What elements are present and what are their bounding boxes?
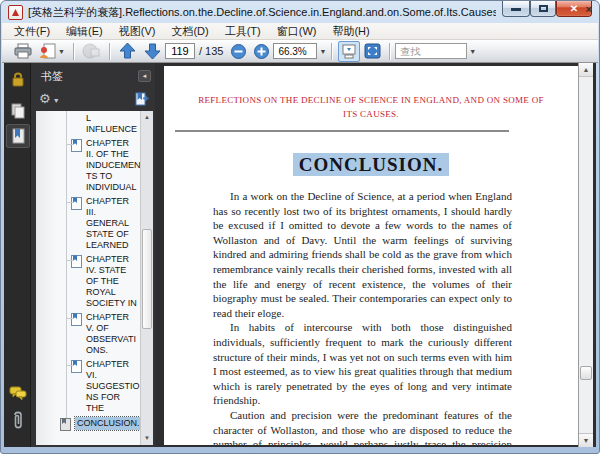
header-rule bbox=[175, 130, 509, 132]
export-dropdown-caret: ▼ bbox=[58, 48, 65, 55]
document-page: REFLECTIONS ON THE DECLINE OF SCIENCE IN… bbox=[164, 66, 578, 445]
chapter-heading-text: CONCLUSION. bbox=[293, 153, 450, 176]
bookmark-page-icon bbox=[71, 360, 82, 373]
bookmark-page-icon bbox=[71, 255, 82, 268]
adobe-reader-icon bbox=[8, 5, 23, 20]
add-bookmark-icon bbox=[135, 92, 150, 106]
bookmarks-tab[interactable] bbox=[6, 124, 30, 148]
minimize-icon bbox=[511, 8, 521, 11]
bookmark-item-chapter4[interactable]: CHAPTER IV. STATE OF THE ROYAL SOCIETY I… bbox=[36, 254, 139, 309]
collaborate-button bbox=[80, 41, 103, 61]
menu-file[interactable]: 文件(F) bbox=[6, 23, 58, 40]
down-arrow-icon bbox=[143, 42, 162, 60]
chapter-heading: CONCLUSION. bbox=[164, 154, 578, 176]
page-number-input[interactable] bbox=[165, 43, 195, 59]
panel-title: 书签 bbox=[41, 69, 63, 84]
toolbar-separator bbox=[109, 43, 110, 60]
paragraph: Caution and precision were the predomina… bbox=[213, 408, 512, 445]
close-icon: ✕ bbox=[570, 3, 578, 14]
menu-document[interactable]: 文档(D) bbox=[163, 23, 216, 40]
zoom-out-icon bbox=[230, 43, 247, 60]
app-window: [英格兰科学的衰落].Reflections.on.the.Decline.of… bbox=[0, 0, 600, 454]
bookmark-item-chapter3[interactable]: CHAPTER III. GENERAL STATE OF LEARNED bbox=[36, 196, 139, 251]
menu-window[interactable]: 窗口(W) bbox=[269, 23, 325, 40]
security-tab[interactable] bbox=[6, 67, 30, 91]
lock-icon bbox=[10, 71, 26, 87]
bookmarks-scrollbar[interactable]: ▲ ▼ bbox=[140, 111, 153, 445]
collapse-panel-button[interactable]: ◄ bbox=[138, 70, 151, 82]
scrolling-mode-button[interactable] bbox=[338, 41, 360, 62]
zoom-level-display[interactable]: 66.3% bbox=[273, 43, 317, 59]
bookmark-item-conclusion[interactable]: CONCLUSION. bbox=[36, 417, 139, 431]
scroll-down-icon[interactable]: ▼ bbox=[141, 432, 153, 445]
pages-icon bbox=[10, 103, 26, 119]
document-body: In a work on the Decline of Science, at … bbox=[164, 189, 578, 445]
zoom-in-button[interactable] bbox=[251, 41, 272, 61]
zoom-in-icon bbox=[253, 43, 270, 60]
bookmarks-toolbar: ⚙▼ bbox=[31, 89, 155, 111]
navigation-panel-strip bbox=[4, 63, 31, 447]
running-header: REFLECTIONS ON THE DECLINE OF SCIENCE IN… bbox=[164, 93, 578, 121]
close-document-button[interactable]: × bbox=[586, 3, 592, 15]
minimize-button[interactable] bbox=[502, 1, 530, 17]
maximize-button[interactable] bbox=[530, 1, 556, 17]
page-count-label: / 135 bbox=[199, 45, 223, 57]
menu-edit[interactable]: 编辑(E) bbox=[58, 23, 111, 40]
pages-tab[interactable] bbox=[6, 99, 30, 123]
bookmarks-panel: 书签 ◄ ⚙▼ L INFLUENCE bbox=[31, 63, 155, 447]
find-dropdown-caret[interactable]: ▼ bbox=[469, 48, 476, 55]
paperclip-icon bbox=[11, 411, 25, 431]
document-scrollbar[interactable]: ▲ ▼ bbox=[578, 63, 593, 447]
maximize-icon bbox=[539, 5, 548, 12]
toolbar: ▼ / 135 bbox=[2, 40, 598, 63]
scroll-up-icon[interactable]: ▲ bbox=[579, 63, 593, 77]
running-header-line1: REFLECTIONS ON THE DECLINE OF SCIENCE IN… bbox=[164, 93, 578, 107]
bookmark-item-chapter2[interactable]: CHAPTER II. OF THE INDUCEMEN TS TO INDIV… bbox=[36, 138, 139, 193]
scroll-up-icon[interactable]: ▲ bbox=[141, 111, 153, 124]
find-input[interactable] bbox=[395, 43, 467, 59]
menu-tools[interactable]: 工具(T) bbox=[217, 23, 269, 40]
comments-tab[interactable] bbox=[6, 381, 30, 405]
print-button[interactable] bbox=[11, 41, 35, 61]
document-scrollbar-thumb[interactable] bbox=[580, 366, 592, 380]
menu-view[interactable]: 视图(V) bbox=[111, 23, 164, 40]
fullscreen-button[interactable] bbox=[362, 41, 383, 61]
paragraph: In a work on the Decline of Science, at … bbox=[213, 189, 512, 320]
fullscreen-icon bbox=[364, 43, 381, 59]
zoom-out-button[interactable] bbox=[228, 41, 249, 61]
menu-help[interactable]: 帮助(H) bbox=[324, 23, 377, 40]
bookmark-page-icon bbox=[71, 197, 82, 210]
bookmark-page-icon bbox=[71, 139, 82, 152]
next-page-button[interactable] bbox=[141, 41, 164, 61]
toolbar-separator bbox=[73, 43, 74, 60]
bookmarks-icon bbox=[10, 128, 26, 144]
attachments-tab[interactable] bbox=[6, 409, 30, 433]
scrolling-pages-icon bbox=[341, 44, 357, 59]
export-button[interactable]: ▼ bbox=[37, 41, 67, 61]
main-area: 书签 ◄ ⚙▼ L INFLUENCE bbox=[4, 63, 596, 447]
running-header-line2: ITS CAUSES. bbox=[164, 107, 578, 121]
bookmark-item-chapter5[interactable]: CHAPTER V. OF OBSERVATI ONS. bbox=[36, 312, 139, 356]
add-bookmark-button[interactable] bbox=[135, 92, 150, 110]
bookmarks-panel-header: 书签 ◄ bbox=[31, 63, 155, 89]
comments-icon bbox=[9, 386, 27, 401]
toolbar-separator bbox=[331, 43, 332, 60]
bookmark-page-icon bbox=[71, 313, 82, 326]
bookmark-item-chapter1-partial[interactable]: L INFLUENCE bbox=[36, 113, 139, 135]
toolbar-separator bbox=[389, 43, 390, 60]
zoom-dropdown-caret[interactable]: ▼ bbox=[319, 48, 326, 55]
scroll-down-icon[interactable]: ▼ bbox=[579, 433, 593, 447]
bookmark-list: L INFLUENCE CHAPTER II. OF THE INDUCEMEN… bbox=[36, 111, 153, 445]
window-title: [英格兰科学的衰落].Reflections.on.the.Decline.of… bbox=[28, 5, 496, 19]
previous-page-button[interactable] bbox=[116, 41, 139, 61]
collaborate-icon bbox=[82, 43, 101, 59]
menu-bar: 文件(F) 编辑(E) 视图(V) 文档(D) 工具(T) 窗口(W) 帮助(H… bbox=[2, 23, 598, 40]
bookmarks-scrollbar-thumb[interactable] bbox=[142, 229, 152, 329]
printer-icon bbox=[13, 43, 33, 60]
bookmark-page-icon bbox=[60, 418, 71, 431]
paragraph: In habits of intercourse with both those… bbox=[213, 320, 512, 408]
bookmark-item-chapter6[interactable]: CHAPTER VI. SUGGESTIO NS FOR THE bbox=[36, 359, 139, 414]
options-button[interactable]: ⚙▼ bbox=[39, 91, 60, 106]
title-bar: [英格兰科学的衰落].Reflections.on.the.Decline.of… bbox=[1, 1, 599, 23]
export-document-icon bbox=[39, 43, 56, 60]
